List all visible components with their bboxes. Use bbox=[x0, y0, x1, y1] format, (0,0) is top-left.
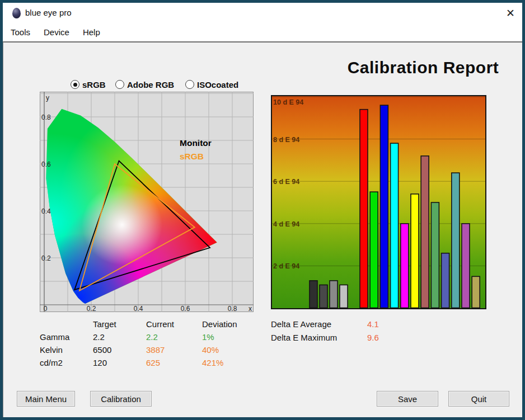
kelvin-current: 3887 bbox=[146, 343, 202, 356]
cie-y-tick-04: 0.4 bbox=[41, 207, 51, 215]
kelvin-deviation: 40% bbox=[202, 343, 262, 356]
row-label-cdm2: cd/m2 bbox=[40, 356, 93, 369]
delta-e-bar-4 bbox=[340, 285, 348, 308]
cie-x-tick-08: 0.8 bbox=[228, 305, 237, 312]
delta-maximum-row: Delta E Maximum 9.6 bbox=[271, 331, 401, 345]
delta-e-bar-2 bbox=[320, 285, 327, 308]
gamma-current: 2.2 bbox=[146, 331, 202, 343]
delta-e-bar-5 bbox=[360, 110, 368, 308]
delta-maximum-label: Delta E Maximum bbox=[271, 331, 367, 345]
legend-srgb: sRGB bbox=[180, 152, 204, 161]
delta-e-bar-8 bbox=[391, 143, 399, 308]
delta-e-bar-1 bbox=[310, 281, 317, 308]
menu-bar: Tools Device Help bbox=[3, 22, 522, 41]
col-header-current: Current bbox=[146, 318, 202, 331]
row-label-gamma: Gamma bbox=[40, 331, 93, 343]
table-corner bbox=[40, 318, 93, 331]
bar-axis-label-4: 4 d E 94 bbox=[273, 220, 299, 228]
title-bar: blue eye pro ✕ bbox=[3, 3, 522, 22]
delta-e-bar-9 bbox=[401, 224, 409, 308]
radio-srgb-icon[interactable] bbox=[71, 80, 79, 89]
delta-e-bar-6 bbox=[370, 192, 378, 308]
bar-axis-label-8: 8 d E 94 bbox=[273, 136, 299, 144]
calibration-button[interactable]: Calibration bbox=[90, 391, 152, 407]
window-title: blue eye pro bbox=[25, 8, 72, 17]
row-label-kelvin: Kelvin bbox=[40, 343, 93, 356]
cie-x-tick-02: 0.2 bbox=[87, 305, 96, 312]
radio-isocoated-icon[interactable] bbox=[185, 80, 194, 89]
app-icon bbox=[12, 8, 21, 18]
save-button[interactable]: Save bbox=[377, 391, 438, 407]
cie-y-tick-08: 0.8 bbox=[41, 114, 51, 121]
cie-x-axis-label: x bbox=[249, 305, 252, 312]
delta-e-bar-16 bbox=[472, 276, 480, 308]
radio-adobe-rgb-label: Adobe RGB bbox=[127, 80, 174, 89]
gamma-deviation: 1% bbox=[202, 331, 262, 343]
cie-x-tick-06: 0.6 bbox=[181, 305, 190, 312]
col-header-target: Target bbox=[93, 318, 146, 331]
delta-e-bar-15 bbox=[462, 224, 470, 308]
delta-summary: Delta E Average 4.1 Delta E Maximum 9.6 bbox=[271, 318, 401, 345]
bar-axis-label-2: 2 d E 94 bbox=[273, 262, 299, 270]
cdm2-deviation: 421% bbox=[202, 356, 262, 369]
delta-average-row: Delta E Average 4.1 bbox=[271, 318, 401, 331]
delta-maximum-value: 9.6 bbox=[367, 331, 401, 345]
cdm2-current: 625 bbox=[146, 356, 202, 369]
cie-y-axis-label: y bbox=[46, 94, 49, 102]
menu-device[interactable]: Device bbox=[44, 27, 69, 37]
delta-e-bar-14 bbox=[452, 173, 460, 308]
page-title: Calibration Report bbox=[331, 58, 515, 77]
delta-e-bar-chart: 2 d E 944 d E 946 d E 948 d E 9410 d E 9… bbox=[271, 95, 486, 309]
quit-button[interactable]: Quit bbox=[448, 391, 509, 407]
delta-e-bar-12 bbox=[431, 202, 439, 308]
close-button[interactable]: ✕ bbox=[500, 5, 521, 21]
radio-adobe-rgb-icon[interactable] bbox=[115, 80, 124, 89]
gamma-target: 2.2 bbox=[93, 331, 146, 343]
radio-isocoated[interactable]: ISOcoated bbox=[185, 79, 238, 89]
menu-help[interactable]: Help bbox=[83, 27, 100, 37]
col-header-deviation: Deviation bbox=[202, 318, 262, 331]
cie-x-tick-04: 0.4 bbox=[134, 305, 143, 312]
cie-y-tick-06: 0.6 bbox=[41, 161, 51, 168]
delta-e-bar-13 bbox=[442, 253, 449, 308]
delta-e-bar-11 bbox=[421, 156, 429, 308]
delta-e-bar-7 bbox=[380, 105, 388, 308]
cie-chromaticity-chart: y 0.8 0.6 0.4 0.2 0 0.2 0.4 0.6 0.8 x Mo… bbox=[40, 92, 254, 312]
cie-x-tick-0: 0 bbox=[44, 305, 48, 312]
delta-average-value: 4.1 bbox=[367, 318, 401, 331]
radio-isocoated-label: ISOcoated bbox=[197, 80, 238, 89]
cdm2-target: 120 bbox=[93, 356, 146, 369]
radio-srgb[interactable]: sRGB bbox=[71, 79, 106, 89]
results-table: Target Current Deviation Gamma 2.2 2.2 1… bbox=[40, 318, 262, 369]
menu-tools[interactable]: Tools bbox=[11, 27, 30, 37]
app-window: { "window": { "title": "blue eye pro", "… bbox=[0, 0, 525, 420]
bar-axis-label-10: 10 d E 94 bbox=[273, 98, 303, 106]
radio-srgb-label: sRGB bbox=[82, 80, 106, 89]
delta-e-bar-3 bbox=[330, 281, 337, 308]
content-panel: Calibration Report sRGB Adobe RGB ISOcoa… bbox=[3, 41, 522, 417]
radio-adobe-rgb[interactable]: Adobe RGB bbox=[115, 79, 174, 89]
cie-y-tick-02: 0.2 bbox=[41, 254, 51, 262]
main-menu-button[interactable]: Main Menu bbox=[17, 391, 75, 407]
bar-axis-label-6: 6 d E 94 bbox=[273, 178, 299, 186]
kelvin-target: 6500 bbox=[93, 343, 146, 356]
legend-monitor: Monitor bbox=[180, 138, 212, 148]
delta-average-label: Delta E Average bbox=[271, 318, 367, 331]
delta-e-bar-10 bbox=[411, 194, 419, 308]
